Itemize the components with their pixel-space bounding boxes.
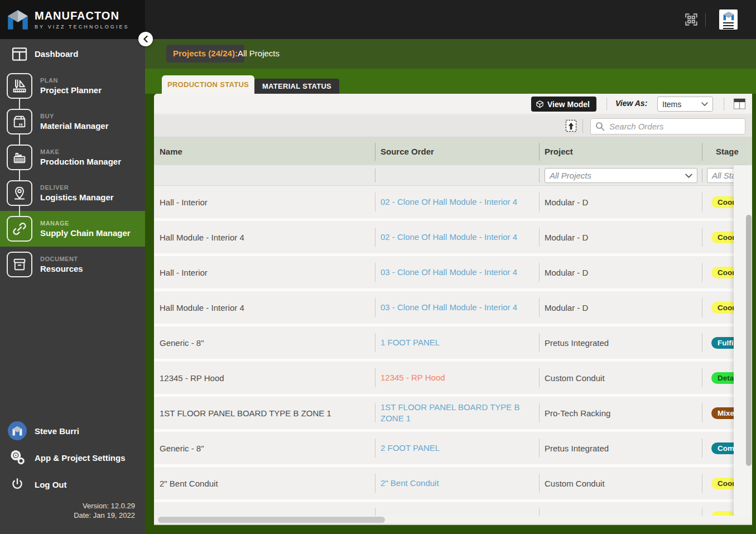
cell-name: Generic - 8" [160, 326, 372, 359]
sidebar-item-resources[interactable]: DOCUMENT Resources [0, 247, 145, 282]
source-order-link[interactable]: 03 - Clone Of Hall Module - Interior 4 [381, 267, 517, 278]
column-divider [539, 169, 540, 182]
sidebar-item-logistics-manager[interactable]: DELIVER Logistics Manager [0, 175, 145, 211]
cell-divider [375, 403, 375, 422]
cell-name: 12345 - RP Hood [160, 362, 372, 394]
chevron-down-icon [701, 102, 708, 106]
logout-button[interactable]: Log Out [0, 472, 145, 497]
search-bar-row [154, 115, 752, 137]
toolbar-divider [724, 98, 724, 110]
content-panel: View Model View As: Items [154, 94, 752, 525]
column-divider [375, 169, 375, 182]
drafting-tools-icon [7, 73, 32, 99]
sidebar-item-material-manager[interactable]: BUY Material Manager [0, 104, 145, 139]
sidebar-item-dashboard[interactable]: Dashboard [0, 39, 145, 68]
source-order-link[interactable]: 1 FOOT PANEL [381, 337, 440, 348]
cell-source-order: 1ST FLOOR PANEL BOARD TYPE B ZONE 1 [381, 397, 535, 429]
source-order-link[interactable]: 2" Bent Conduit [381, 478, 439, 489]
table-row[interactable]: 12345 - RP Hood 12345 - RP Hood Custom C… [154, 362, 752, 394]
cell-divider [539, 439, 540, 458]
table-row[interactable]: Generic - 8" 1 FOOT PANEL Pretus Integra… [154, 326, 752, 359]
column-header-source-order[interactable]: Source Order [381, 137, 434, 165]
user-profile[interactable]: Steve Burri [0, 418, 145, 443]
source-order-link[interactable]: 02 - Clone Of Hall Module - Interior 4 [381, 232, 517, 243]
cell-source-order: 12345 - RP Hood [381, 362, 535, 394]
search-orders-input[interactable] [590, 118, 745, 134]
cell-project: Custom Conduit [545, 467, 698, 499]
column-header-project[interactable]: Project [545, 137, 573, 165]
cell-project: Pretus Integrated [545, 326, 698, 359]
table-row[interactable]: Hall - Interior 02 - Clone Of Hall Modul… [154, 186, 752, 218]
projects-count-chip[interactable]: Projects (24/24): [166, 45, 244, 62]
brand-logo: MANUFACTON BY VIZZ TECHNOLOGIES [0, 0, 145, 39]
source-order-link[interactable]: 1ST FLOOR PANEL BOARD TYPE B ZONE 1 [381, 402, 535, 424]
chevron-down-icon [685, 174, 692, 178]
cell-divider [539, 333, 540, 352]
sidebar-item-production-manager[interactable]: MAKE Production Manager [0, 139, 145, 175]
table-row[interactable]: 1ST FLOOR PANEL BOARD TYPE B ZONE 1 1ST … [154, 397, 752, 429]
tab-material-status[interactable]: MATERIAL STATUS [254, 79, 339, 94]
cell-source-order: 03 - Clone Of Hall Module - Interior 4 [381, 256, 535, 288]
column-header-name[interactable]: Name [160, 137, 182, 165]
cell-project: Custom Conduit [545, 362, 698, 394]
tab-strip: PRODUCTION STATUS MATERIAL STATUS [145, 69, 756, 94]
source-order-link[interactable]: 02 - Clone Of Hall Module - Interior 4 [381, 196, 517, 208]
horizontal-scrollbar-track[interactable] [154, 516, 752, 524]
vertical-scrollbar-track[interactable] [734, 165, 752, 524]
sidebar-item-project-planner[interactable]: PLAN Project Planner [0, 68, 145, 104]
header-divider [705, 13, 706, 27]
package-icon [7, 109, 32, 134]
view-as-value: Items [662, 100, 681, 109]
sidebar: MANUFACTON BY VIZZ TECHNOLOGIES Dashboar… [0, 0, 145, 534]
cell-divider [539, 474, 540, 493]
sidebar-item-category: MANAGE [40, 220, 131, 227]
view-as-select[interactable]: Items [657, 97, 713, 112]
toolbar: View Model View As: Items [154, 94, 752, 114]
cell-divider [702, 333, 702, 352]
qr-scan-icon[interactable] [684, 12, 699, 27]
import-grid-icon[interactable] [565, 119, 577, 132]
horizontal-scrollbar-thumb[interactable] [158, 517, 385, 523]
cell-project: Pretus Integrated [545, 432, 698, 464]
search-divider [582, 119, 583, 133]
source-order-link[interactable]: 03 - Clone Of Hall Module - Interior 4 [381, 302, 517, 313]
table-layout-icon[interactable] [733, 97, 747, 110]
sidebar-item-category: DELIVER [40, 184, 114, 191]
table-row[interactable]: Generic - 8" 2 FOOT PANEL Pretus Integra… [154, 432, 752, 464]
cell-divider [375, 439, 375, 458]
table-row[interactable]: 2" Bent Conduit 2" Bent Conduit Custom C… [154, 467, 752, 499]
sidebar-item-supply-chain-manager[interactable]: MANAGE Supply Chain Manager [0, 211, 145, 247]
doc-line [723, 25, 734, 27]
project-filter-select[interactable]: All Projects [545, 168, 697, 183]
toolbar-divider [606, 98, 607, 110]
cell-divider [702, 228, 702, 247]
column-divider [702, 143, 702, 161]
view-model-button[interactable]: View Model [531, 97, 596, 112]
sidebar-item-label: Dashboard [35, 49, 78, 59]
cell-divider [539, 193, 540, 211]
sidebar-item-category: BUY [40, 113, 109, 119]
manufacton-doc-icon[interactable] [719, 9, 738, 30]
tab-production-status[interactable]: PRODUCTION STATUS [162, 75, 254, 94]
table-row[interactable]: Hall Module - Interior 4 02 - Clone Of H… [154, 221, 752, 253]
cell-divider [375, 193, 375, 211]
source-order-link[interactable]: 12345 - RP Hood [381, 372, 445, 383]
app-project-settings-button[interactable]: App & Project Settings [0, 445, 145, 470]
source-order-link[interactable]: 2 FOOT PANEL [381, 442, 440, 454]
main-area: Projects (24/24): All Projects PRODUCTIO… [145, 0, 756, 534]
dashboard-icon [8, 43, 31, 65]
cell-project: Pro-Tech Racking [545, 397, 698, 429]
sidebar-collapse-button[interactable] [138, 32, 153, 46]
factory-icon [7, 145, 32, 170]
cell-name: Hall Module - Interior 4 [160, 291, 372, 324]
version-text: Version: 12.0.29 [74, 501, 135, 511]
cell-divider [702, 403, 702, 422]
cell-divider [539, 263, 540, 282]
cell-divider [375, 368, 375, 387]
search-icon [595, 122, 605, 131]
table-row[interactable]: Hall Module - Interior 4 03 - Clone Of H… [154, 291, 752, 324]
column-header-stage[interactable]: Stage [716, 137, 739, 165]
cell-divider [375, 333, 375, 352]
vertical-scrollbar-thumb[interactable] [746, 215, 752, 466]
table-row[interactable]: Hall - Interior 03 - Clone Of Hall Modul… [154, 256, 752, 288]
